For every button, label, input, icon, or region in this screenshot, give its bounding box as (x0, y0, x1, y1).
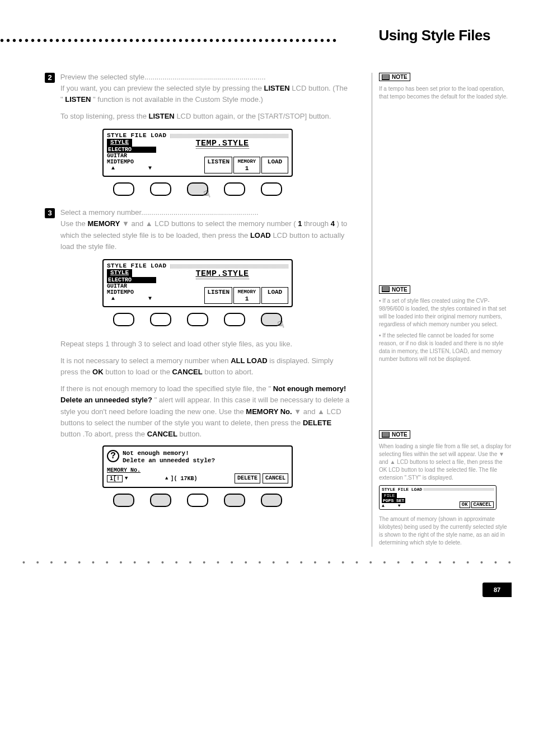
lcd-load-button-2[interactable]: LOAD (261, 287, 288, 304)
note-badge-1: NOTE (379, 73, 410, 81)
question-icon: ? (107, 450, 119, 462)
step2-listen-1: LISTEN (264, 84, 289, 92)
hw-button-4[interactable] (224, 182, 245, 196)
lcd-arrow-up-icon: ▲ (111, 165, 115, 171)
lcd-title: STYLE FILE LOAD (107, 132, 167, 139)
lcd-style-header: STYLE (107, 139, 132, 147)
lcd-style-3: MIDTEMPO (107, 159, 156, 165)
lcd-memory-num-2: 1 (236, 295, 257, 302)
footer-dot-rule: • • • • • • • • • • • • • • • • • • • • … (22, 558, 512, 567)
step2-p1c: " function is not available in the Custo… (93, 95, 263, 104)
hw-button-c4[interactable] (224, 494, 245, 507)
step-3-heading: Select a memory number..................… (60, 208, 259, 217)
lcd-listen-button-2[interactable]: LISTEN (204, 287, 232, 304)
note-label-3: NOTE (392, 431, 407, 438)
cancel2-b: CANCEL (147, 430, 177, 438)
lcd-warning-screen: ? Not enough memory! Delete an unneeded … (102, 445, 293, 488)
warn-a: If there is not enough memory to load th… (60, 384, 271, 393)
hw-button-3-pressed[interactable]: ☟ (187, 182, 208, 196)
lcd-arrow-up-icon-2: ▲ (111, 295, 115, 302)
lcd-style-header-2: STYLE (107, 269, 132, 277)
lcd-listen-button[interactable]: LISTEN (204, 157, 232, 173)
cancel-b: CANCEL (172, 368, 202, 376)
warn-e: button .To abort, press the (60, 430, 147, 438)
mini-file-header: FILE (382, 493, 397, 498)
page-number: 87 (483, 583, 512, 597)
s3-memory: MEMORY (87, 219, 120, 228)
note-text-1: If a tempo has been set prior to the loa… (379, 85, 512, 101)
step-2-number: 2 (45, 73, 55, 83)
hw-button-b3[interactable] (187, 313, 208, 326)
lcd-style-1b: ELECTRO (107, 277, 156, 283)
s3-4: 4 (331, 219, 335, 228)
hw-button-b2[interactable] (150, 313, 171, 326)
lcd-memory-label: MEMORY (236, 158, 257, 165)
lcd-screen-step2: STYLE FILE LOAD STYLE ELECTRO GUITAR MID… (102, 129, 293, 177)
lcd-memory-button[interactable]: MEMORY 1 (233, 157, 260, 173)
hw-button-1[interactable] (113, 182, 134, 196)
step2-listen-3: LISTEN (149, 112, 175, 120)
repeat-para: Repeat steps 1 through 3 to select and l… (60, 339, 350, 350)
hw-button-c1[interactable] (113, 494, 134, 507)
allload-e: button to abort. (204, 368, 253, 376)
note-text-2a: • If a set of style files created using … (379, 297, 512, 328)
lcd-tape-2 (170, 264, 288, 269)
lcd-load-button[interactable]: LOAD (261, 157, 288, 173)
warn-mem-label: MEMORY No. (107, 467, 288, 473)
lcd-memory-num: 1 (236, 165, 257, 172)
lcd-style-2b: GUITAR (107, 283, 156, 289)
hw-button-5[interactable] (261, 182, 282, 196)
mini-tape (424, 488, 494, 491)
note-badge-2: NOTE (379, 285, 410, 294)
header-dot-rule: ••••••••••••••••••••••••••••••••••••••••… (0, 35, 369, 46)
s3-thru: through (304, 219, 331, 228)
hw-button-c5[interactable] (261, 494, 282, 507)
hw-button-b5-pressed[interactable]: ☟ (261, 313, 282, 326)
memno-b: MEMORY No. (246, 407, 292, 416)
warn-delete-button[interactable]: DELETE (235, 473, 260, 483)
delete-b: DELETE (303, 419, 331, 427)
warn-slot-number: 1[! (107, 475, 123, 482)
step2-p2b: LCD button again, or the [START/STOP] bu… (176, 112, 331, 120)
note-badge-3: NOTE (379, 430, 410, 439)
note-icon (382, 74, 390, 80)
warn-size: ]( 17KB) (170, 476, 197, 482)
warn-cancel-button[interactable]: CANCEL (263, 473, 288, 483)
hardware-button-row-2: ☟ (45, 313, 350, 326)
s3-t1: Use the (60, 219, 87, 228)
lcd-tempstyle: TEMP.STYLE (196, 139, 249, 149)
warn-f: button. (179, 430, 202, 438)
lcd-memory-button-2[interactable]: MEMORY 1 (233, 287, 260, 304)
lcd-style-1: ELECTRO (107, 147, 156, 153)
mini-title: STYLE FILE LOAD (382, 487, 422, 492)
mini-cancel-button[interactable]: CANCEL (471, 501, 494, 508)
hw-button-c2[interactable] (150, 494, 171, 507)
hw-button-2[interactable] (150, 182, 171, 196)
lcd-style-2: GUITAR (107, 153, 156, 159)
s3-1: 1 (298, 219, 302, 228)
mini-ok-button[interactable]: OK (460, 501, 470, 508)
s3-t2: ▼ and ▲ LCD buttons to select the memory… (122, 219, 296, 228)
note-text-3b: The amount of memory (shown in approxima… (379, 515, 512, 547)
lcd-arrow-down-icon-2: ▼ (148, 295, 152, 302)
warn-line2: Delete an unneeded style? (123, 457, 215, 464)
step2-listen-2: LISTEN (65, 95, 91, 104)
hw-button-b4[interactable] (224, 313, 245, 326)
hw-button-c3[interactable] (187, 494, 208, 507)
lcd-title-2: STYLE FILE LOAD (107, 262, 167, 269)
step-3-number: 3 (45, 208, 55, 218)
lcd-style-3b: MIDTEMPO (107, 289, 156, 295)
finger-icon-2: ☟ (277, 318, 287, 331)
note-label-1: NOTE (392, 74, 407, 80)
hardware-button-row-3 (45, 494, 350, 507)
lcd-tempstyle-2: TEMP.STYLE (196, 269, 249, 279)
allload-b: ALL LOAD (231, 356, 267, 365)
allload-d: button to load or the (105, 368, 172, 376)
warn-line1: Not enough memory! (123, 450, 189, 457)
finger-icon: ☟ (203, 187, 213, 201)
hw-button-b1[interactable] (113, 313, 134, 326)
mini-file-name: POPS SET (382, 498, 405, 503)
page-title: Using Style Files (378, 27, 490, 44)
note-label-2: NOTE (392, 287, 407, 293)
lcd-tape (170, 134, 288, 138)
